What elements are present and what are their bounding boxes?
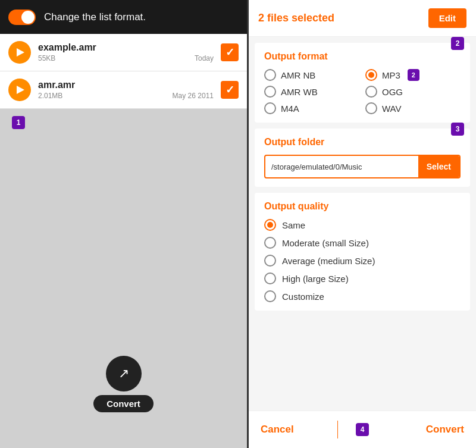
spacer xyxy=(249,311,476,411)
right-header: 2 files selected Edit xyxy=(249,0,476,37)
radio-high[interactable] xyxy=(264,272,276,284)
quality-label-same: Same xyxy=(282,220,305,230)
cancel-button[interactable]: Cancel xyxy=(261,424,294,436)
output-folder-title: Output folder xyxy=(264,137,461,148)
checkmark-1: ✓ xyxy=(226,46,234,59)
step-badge-2: 2 xyxy=(451,37,464,50)
file-size-1: 55KB xyxy=(38,54,55,62)
radio-same[interactable] xyxy=(264,219,276,231)
toggle-knob xyxy=(21,11,35,24)
format-label-mp3: MP3 xyxy=(382,70,400,80)
right-panel: 2 files selected Edit 2 Output format AM… xyxy=(247,0,476,448)
format-label-amr-wb: AMR WB xyxy=(281,87,318,97)
convert-circle-button[interactable]: ↗ xyxy=(106,356,142,391)
output-format-section: 2 Output format AMR NB MP3 2 AMR WB xyxy=(255,43,470,123)
convert-btn-area: ↗ Convert xyxy=(93,356,154,412)
quality-label-customize: Customize xyxy=(282,292,324,302)
quality-option-same[interactable]: Same xyxy=(264,219,461,231)
radio-customize[interactable] xyxy=(264,290,276,302)
file-name-2: amr.amr xyxy=(38,80,214,90)
format-option-amr-wb[interactable]: AMR WB xyxy=(264,86,359,98)
format-option-amr-nb[interactable]: AMR NB xyxy=(264,69,359,81)
edit-button[interactable]: Edit xyxy=(428,8,466,28)
checkbox-1[interactable]: ✓ xyxy=(221,43,239,61)
quality-label-moderate: Moderate (small Size) xyxy=(282,238,369,248)
output-quality-title: Output quality xyxy=(264,201,461,212)
format-label-wav: WAV xyxy=(382,104,402,114)
convert-label[interactable]: Convert xyxy=(93,395,154,412)
format-label-ogg: OGG xyxy=(382,87,403,97)
step-badge-1: 1 xyxy=(12,116,25,129)
quality-label-average: Average (medium Size) xyxy=(282,256,375,266)
radio-amr-wb[interactable] xyxy=(264,86,276,98)
play-button-1[interactable] xyxy=(8,41,31,64)
left-main-area: 1 ↗ Convert xyxy=(0,109,247,448)
file-item-2[interactable]: amr.amr 2.01MB May 26 2011 ✓ xyxy=(0,71,247,109)
format-option-mp3[interactable]: MP3 2 xyxy=(365,69,461,81)
file-name-1: example.amr xyxy=(38,42,214,53)
file-date-2: May 26 2011 xyxy=(173,92,214,100)
left-panel: Change the list format. example.amr 55KB… xyxy=(0,0,247,448)
play-icon-1 xyxy=(17,48,24,57)
file-meta-2: 2.01MB May 26 2011 xyxy=(38,92,214,100)
format-option-m4a[interactable]: M4A xyxy=(264,102,359,114)
bottom-bar: Cancel 4 Convert xyxy=(249,411,476,448)
convert-button-bottom[interactable]: Convert xyxy=(426,424,464,436)
quality-label-high: High (large Size) xyxy=(282,274,349,284)
select-folder-button[interactable]: Select xyxy=(418,156,459,177)
radio-ogg[interactable] xyxy=(365,86,377,98)
quality-option-high[interactable]: High (large Size) xyxy=(264,272,461,284)
bottom-divider xyxy=(337,421,338,438)
play-icon-2 xyxy=(17,86,24,94)
output-format-title: Output format xyxy=(264,51,461,62)
file-info-1: example.amr 55KB Today xyxy=(38,42,214,62)
format-grid: AMR NB MP3 2 AMR WB OGG xyxy=(264,69,461,114)
radio-m4a[interactable] xyxy=(264,102,276,114)
radio-wav[interactable] xyxy=(365,102,377,114)
header-title: Change the list format. xyxy=(44,11,146,23)
play-button-2[interactable] xyxy=(8,79,31,101)
file-meta-1: 55KB Today xyxy=(38,54,214,62)
radio-amr-nb[interactable] xyxy=(264,69,276,81)
format-option-wav[interactable]: WAV xyxy=(365,102,461,114)
quality-options: Same Moderate (small Size) Average (medi… xyxy=(264,219,461,302)
output-folder-section: 3 Output folder Select xyxy=(255,129,470,187)
file-info-2: amr.amr 2.01MB May 26 2011 xyxy=(38,80,214,100)
checkmark-2: ✓ xyxy=(226,83,234,96)
format-label-amr-nb: AMR NB xyxy=(281,70,315,80)
folder-path-input[interactable] xyxy=(265,158,418,176)
radio-inner-same xyxy=(267,222,273,228)
quality-option-average[interactable]: Average (medium Size) xyxy=(264,255,461,267)
radio-inner-mp3 xyxy=(368,72,374,78)
output-quality-section: Output quality Same Moderate (small Size… xyxy=(255,193,470,311)
format-label-m4a: M4A xyxy=(281,104,299,114)
quality-option-moderate[interactable]: Moderate (small Size) xyxy=(264,237,461,249)
checkbox-2[interactable]: ✓ xyxy=(221,81,239,99)
bottom-right: Convert xyxy=(426,424,464,436)
radio-moderate[interactable] xyxy=(264,237,276,249)
step-badge-4: 4 xyxy=(356,423,369,436)
radio-mp3[interactable] xyxy=(365,69,377,81)
quality-option-customize[interactable]: Customize xyxy=(264,290,461,302)
toggle-switch[interactable] xyxy=(8,10,36,25)
file-item[interactable]: example.amr 55KB Today ✓ xyxy=(0,34,247,71)
header-bar: Change the list format. xyxy=(0,0,247,34)
format-badge-mp3: 2 xyxy=(408,69,419,81)
file-date-1: Today xyxy=(195,54,214,62)
file-size-2: 2.01MB xyxy=(38,92,62,100)
file-list: example.amr 55KB Today ✓ amr.amr 2.01MB … xyxy=(0,34,247,109)
files-selected-text: 2 files selected xyxy=(258,12,334,24)
folder-input-row: Select xyxy=(264,155,461,178)
step-badge-3: 3 xyxy=(451,123,464,136)
convert-arrow-icon: ↗ xyxy=(118,366,129,381)
radio-average[interactable] xyxy=(264,255,276,267)
format-option-ogg[interactable]: OGG xyxy=(365,86,461,98)
